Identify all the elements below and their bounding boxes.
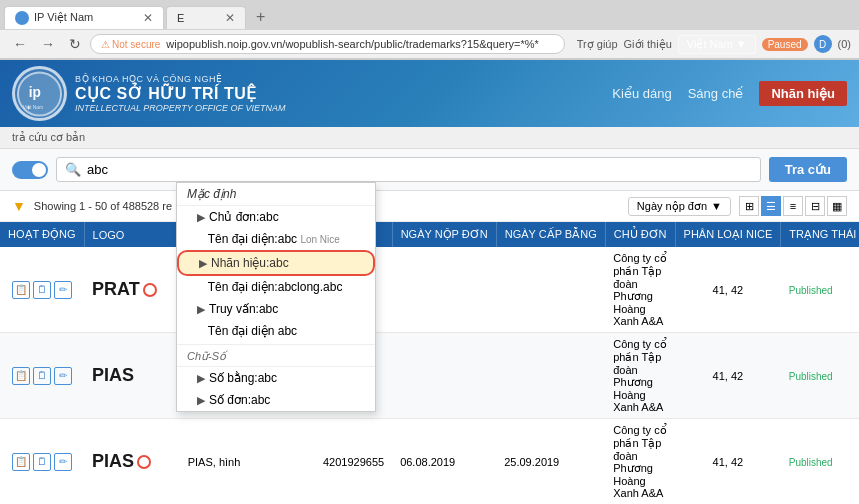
action-copy-icon[interactable]: 📋: [12, 281, 30, 299]
filter-row: ▼ Showing 1 - 50 of 488528 re Ngày nộp đ…: [0, 191, 859, 222]
ministry-name: BỘ KHOA HỌC VÀ CÔNG NGHỆ: [75, 74, 285, 84]
nav-main-kieudang[interactable]: Kiểu dáng: [612, 86, 671, 101]
col-header-logo: LOGO: [84, 222, 180, 247]
ngay-cap-1: [496, 247, 605, 333]
new-tab-button[interactable]: +: [248, 4, 273, 30]
table-row: 📋 🗒 ✏ PRAT Công ty cổ phần Tập đoàn Phươ…: [0, 247, 859, 333]
table-row: 📋 🗒 ✏ PIAS PIAS, hình 4201929655 06.08.2…: [0, 419, 859, 505]
table-container: HOẠT ĐỘNG LOGO TÊN NHÃN HIỆU, HÌNH SỐ ĐƠ…: [0, 222, 859, 504]
ngay-cap-2: [496, 333, 605, 419]
search-button[interactable]: Tra cứu: [769, 157, 847, 182]
warning-icon: ⚠: [101, 39, 110, 50]
col-header-phanloai: PHÂN LOẠI NICE: [675, 222, 781, 247]
search-input[interactable]: [87, 162, 752, 177]
ngay-nop-2: [392, 333, 496, 419]
about-link[interactable]: Giới thiệu: [624, 38, 672, 51]
dropdown-arrow-icon: ▼: [736, 38, 747, 50]
tab-close-1[interactable]: ✕: [143, 11, 153, 25]
help-link[interactable]: Trợ giúp: [577, 38, 618, 51]
view-icon-5[interactable]: ▦: [827, 196, 847, 216]
col-header-hoatdong: HOẠT ĐỘNG: [0, 222, 84, 247]
nav-main-sangche[interactable]: Sáng chế: [688, 86, 744, 101]
dropdown-item-sodon[interactable]: ▶ Số đơn:abc: [177, 389, 375, 411]
action-icons-2: 📋 🗒 ✏: [8, 367, 76, 385]
col-header-trangthai: TRẠNG THÁI: [781, 222, 859, 247]
tab-title-1: IP Việt Nam: [34, 11, 137, 24]
sort-label: Ngày nộp đơn: [637, 200, 707, 213]
arrow-icon-truyvan: ▶: [197, 303, 205, 316]
so-don-3: 4201929655: [315, 419, 392, 505]
col-header-ngaycap: NGÀY CẤP BẰNG: [496, 222, 605, 247]
dropdown-item-tended2[interactable]: Tên đại diện:abclong.abc: [177, 276, 375, 298]
sort-arrow-icon: ▼: [711, 200, 722, 212]
action-doc-icon-2[interactable]: 🗒: [33, 367, 51, 385]
address-bar[interactable]: ⚠ Not secure wipopublish.noip.gov.vn/wop…: [90, 34, 565, 54]
logo-circle-3: [137, 455, 151, 469]
language-selector[interactable]: Việt Nam ▼: [678, 35, 756, 54]
action-copy-icon-2[interactable]: 📋: [12, 367, 30, 385]
dropdown-item-tended[interactable]: Tên đại diện:abc Lon Nice: [177, 228, 375, 250]
view-icons: ⊞ ☰ ≡ ⊟ ▦: [739, 196, 847, 216]
logo-area: ip Việt Nam BỘ KHOA HỌC VÀ CÔNG NGHỆ CỤC…: [12, 66, 285, 121]
logo-circle: ip Việt Nam: [12, 66, 67, 121]
ngay-nop-1: [392, 247, 496, 333]
chu-don-1: Công ty cổ phần Tập đoàn Phương Hoàng Xa…: [605, 247, 675, 333]
dropdown-item-sobang[interactable]: ▶ Số bằng:abc: [177, 367, 375, 389]
dropdown-item-nhanhieu[interactable]: ▶ Nhãn hiệu:abc: [177, 250, 375, 276]
site-header: ip Việt Nam BỘ KHOA HỌC VÀ CÔNG NGHỆ CỤC…: [0, 60, 859, 127]
search-dropdown-container: 🔍 Mặc định ▶ Chủ đơn:abc Tên đại diện:ab…: [56, 157, 761, 182]
back-button[interactable]: ←: [8, 34, 32, 54]
dropdown-item-truyvan[interactable]: ▶ Truy vấn:abc: [177, 298, 375, 320]
browser-controls: ← → ↻ ⚠ Not secure wipopublish.noip.gov.…: [0, 30, 859, 59]
arrow-icon-nhanhieu: ▶: [199, 257, 207, 270]
browser-right-controls: Trợ giúp Giới thiệu Việt Nam ▼ Paused D …: [569, 35, 851, 54]
refresh-button[interactable]: ↻: [64, 34, 86, 54]
view-icon-2[interactable]: ☰: [761, 196, 781, 216]
header-nav: Kiểu dáng Sáng chế Nhãn hiệu: [612, 81, 847, 106]
search-section: 🔍 Mặc định ▶ Chủ đơn:abc Tên đại diện:ab…: [0, 149, 859, 191]
tab-e[interactable]: E ✕: [166, 6, 246, 29]
user-avatar: D: [814, 35, 832, 53]
tab-close-2[interactable]: ✕: [225, 11, 235, 25]
toggle-switch[interactable]: [12, 161, 48, 179]
tracuu-cobán-label: trả cứu cơ bản: [0, 127, 859, 149]
dropdown-item-chudon[interactable]: ▶ Chủ đơn:abc: [177, 206, 375, 228]
dropdown-default-label: Mặc định: [177, 183, 375, 206]
office-eng-name: INTELLECTUAL PROPERTY OFFICE OF VIETNAM: [75, 103, 285, 113]
tab-ip-vietnam[interactable]: IP Việt Nam ✕: [4, 6, 164, 29]
nav-main-nhanhieu[interactable]: Nhãn hiệu: [759, 81, 847, 106]
search-bar: 🔍: [56, 157, 761, 182]
dropdown-separator: [177, 344, 375, 345]
table-row: 📋 🗒 ✏ PIAS Công ty cổ phần Tập đoàn Phươ…: [0, 333, 859, 419]
dropdown-chuso-label: Chữ-Số: [177, 347, 375, 367]
not-secure-indicator: ⚠ Not secure: [101, 39, 160, 50]
logo-pias-3: PIAS: [92, 451, 172, 472]
trang-thai-2: Published: [781, 333, 859, 419]
action-doc-icon[interactable]: 🗒: [33, 281, 51, 299]
sort-control[interactable]: Ngày nộp đơn ▼: [628, 197, 731, 216]
forward-button[interactable]: →: [36, 34, 60, 54]
search-icon: 🔍: [65, 162, 81, 177]
chu-don-3: Công ty cổ phần Tập đoàn Phương Hoàng Xa…: [605, 419, 675, 505]
action-doc-icon-3[interactable]: 🗒: [33, 453, 51, 471]
col-header-ngaynop: NGÀY NỘP ĐƠN: [392, 222, 496, 247]
action-edit-icon-3[interactable]: ✏: [54, 453, 72, 471]
search-dropdown-menu: Mặc định ▶ Chủ đơn:abc Tên đại diện:abc …: [176, 182, 376, 412]
svg-text:ip: ip: [29, 84, 41, 99]
user-count: (0): [838, 38, 851, 50]
view-icon-1[interactable]: ⊞: [739, 196, 759, 216]
view-icon-3[interactable]: ≡: [783, 196, 803, 216]
logo-circle-icon: [143, 283, 157, 297]
dropdown-item-tendaidien[interactable]: Tên đại diện abc: [177, 320, 375, 342]
ten-nhanhieu-3: PIAS, hình: [180, 419, 315, 505]
results-table: HOẠT ĐỘNG LOGO TÊN NHÃN HIỆU, HÌNH SỐ ĐƠ…: [0, 222, 859, 504]
trang-thai-1: Published: [781, 247, 859, 333]
phan-loai-1: 41, 42: [675, 247, 781, 333]
tab-title-2: E: [177, 12, 219, 24]
trang-thai-3: Published: [781, 419, 859, 505]
view-icon-4[interactable]: ⊟: [805, 196, 825, 216]
action-edit-icon[interactable]: ✏: [54, 281, 72, 299]
tab-favicon-1: [15, 11, 29, 25]
action-copy-icon-3[interactable]: 📋: [12, 453, 30, 471]
action-edit-icon-2[interactable]: ✏: [54, 367, 72, 385]
